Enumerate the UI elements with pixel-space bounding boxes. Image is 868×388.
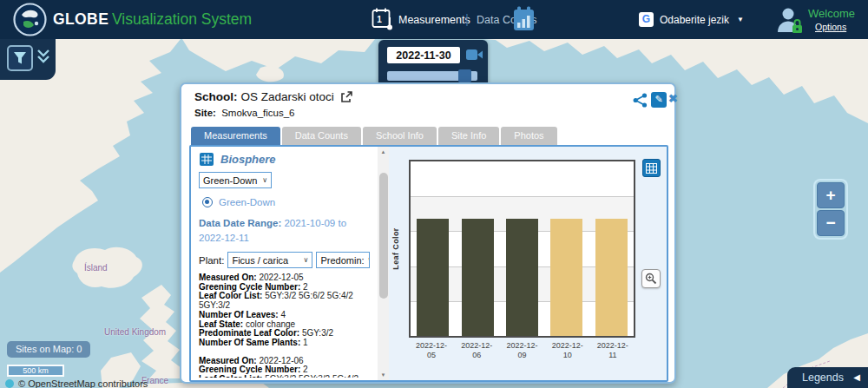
external-link-icon[interactable]: [340, 91, 352, 103]
dialog-tab-bar: MeasurementsData CountsSchool InfoSite I…: [191, 127, 557, 145]
measurements-calendar-icon[interactable]: 1: [372, 7, 394, 31]
chart-bars: [411, 161, 634, 336]
expand-chevrons-icon[interactable]: [36, 49, 50, 64]
tab-site-info[interactable]: Site Info: [438, 127, 499, 145]
zoom-in-button[interactable]: +: [817, 182, 845, 208]
legends-button[interactable]: Legends ◀: [787, 367, 868, 388]
tab-data-counts[interactable]: Data Counts: [282, 127, 361, 145]
edit-button[interactable]: ✎: [651, 92, 667, 108]
x-tick-label: 2022-12-06: [461, 341, 492, 360]
record-field: Leaf Color List: 5GY:3/2 5GY:3/2 5G:4/2: [199, 375, 375, 378]
data-counts-calendar-icon[interactable]: [510, 5, 536, 33]
close-dialog-button[interactable]: ✖: [668, 92, 678, 105]
data-table-icon: [200, 153, 214, 166]
sphere-title: Biosphere: [220, 153, 276, 166]
measurement-record: Measured On: 2022-12-05Greening Cycle Nu…: [199, 273, 375, 348]
sphere-header: Biosphere: [200, 153, 276, 166]
record-field: Number Of Same Plants: 1: [199, 339, 375, 348]
protocol-radio-row: Green-Down: [202, 197, 275, 207]
bar-2022-12-11[interactable]: [595, 219, 628, 336]
x-tick-label: 2022-12-10: [552, 341, 583, 360]
record-field: Leaf Color List: 5GY:3/2 5G:6/2 5G:4/2 5…: [199, 292, 375, 310]
measurements-panel: Biosphere Green-Down ∨ Green-Down Data D…: [191, 147, 378, 380]
view-data-table-button[interactable]: [642, 159, 661, 177]
table-grid-icon: [646, 163, 657, 174]
site-label: Site:: [194, 108, 216, 118]
protocol-select-value: Green-Down: [203, 175, 257, 186]
protocol-select[interactable]: Green-Down ∨: [199, 172, 272, 188]
bar-2022-12-05[interactable]: [417, 219, 449, 336]
legends-label: Legends: [802, 372, 844, 384]
map-zoom-control: + −: [813, 179, 848, 240]
filter-panel: [0, 39, 56, 80]
measurement-records: Measured On: 2022-12-05Greening Cycle Nu…: [199, 273, 375, 378]
scroll-up-icon[interactable]: ▲: [378, 147, 389, 157]
language-caret-icon[interactable]: ▼: [737, 16, 744, 23]
radio-selected-icon[interactable]: [202, 197, 213, 207]
zoom-out-button[interactable]: −: [817, 210, 845, 236]
school-site-dialog: School: OS Zadarski otoci Site: Smokva_f…: [180, 82, 676, 384]
scroll-down-icon[interactable]: ▼: [378, 370, 389, 380]
globe-visualization-app: Ísland United Kingdom France Sites on Ma…: [0, 0, 868, 388]
x-tick-label: 2022-12-09: [506, 341, 537, 360]
predominant-select[interactable]: Predomin: ∨: [316, 252, 370, 268]
school-name: OS Zadarski otoci: [241, 90, 334, 103]
map-label-iceland: Ísland: [84, 263, 108, 273]
tab-school-info[interactable]: School Info: [363, 127, 437, 145]
timeline-date-input[interactable]: [387, 47, 460, 63]
panel-scrollbar[interactable]: ▲ ▼: [378, 147, 389, 380]
legends-collapse-icon: ◀: [853, 372, 860, 382]
map-attribution: © OpenStreetMap contributors: [5, 378, 148, 388]
brand-subtitle: Visualization System: [112, 10, 252, 29]
data-date-range: Data Date Range: 2021-10-09 to 2022-12-1…: [199, 216, 372, 246]
options-link[interactable]: Options: [815, 22, 846, 32]
chevron-down-icon: ∨: [304, 256, 309, 264]
timeline-slider-handle[interactable]: [458, 69, 471, 82]
dialog-content: Biosphere Green-Down ∨ Green-Down Data D…: [189, 145, 668, 382]
animate-camera-icon[interactable]: [466, 48, 483, 62]
filter-button[interactable]: [7, 45, 33, 71]
map-label-united-kingdom: United Kingdom: [104, 327, 166, 337]
protocol-radio-label: Green-Down: [219, 197, 275, 207]
magnifier-plus-icon: [645, 273, 657, 285]
nav-measurements[interactable]: Measurements: [398, 14, 470, 26]
nav-divider: |: [465, 11, 469, 26]
tab-photos[interactable]: Photos: [501, 127, 556, 145]
scrollbar-thumb[interactable]: [379, 173, 388, 299]
school-label: School:: [194, 90, 238, 103]
close-icon: ✖: [668, 92, 678, 105]
plant-label: Plant:: [199, 255, 224, 266]
google-translate-icon[interactable]: G: [639, 12, 654, 27]
plant-select-value: Ficus / carica: [232, 255, 288, 266]
brand-globe: GLOBE: [53, 10, 108, 29]
map-scale-bar: 500 km: [7, 365, 64, 377]
sites-on-map-badge: Sites on Map: 0: [7, 341, 90, 358]
school-header: School: OS Zadarski otoci: [194, 90, 352, 103]
svg-text:1: 1: [377, 15, 382, 24]
timeline-control: [378, 40, 488, 89]
bar-2022-12-10[interactable]: [550, 219, 582, 336]
bar-2022-12-06[interactable]: [462, 219, 494, 336]
filter-funnel-icon: [13, 51, 27, 65]
chart-x-axis: 2022-12-052022-12-062022-12-092022-12-10…: [409, 341, 635, 360]
plant-row: Plant: Ficus / carica ∨ Predomin: ∨: [199, 252, 370, 268]
chart-zoom-button[interactable]: [641, 269, 661, 288]
x-tick-label: 2022-12-05: [416, 341, 447, 360]
date-range-label: Data Date Range:: [199, 218, 281, 228]
x-tick-label: 2022-12-11: [597, 341, 628, 360]
site-name: Smokva_ficus_6: [221, 108, 294, 118]
attribution-text[interactable]: © OpenStreetMap contributors: [18, 378, 148, 388]
chevron-down-icon: ∨: [368, 256, 371, 264]
user-account-icon[interactable]: [776, 5, 804, 35]
language-selector[interactable]: Odaberite jezik: [660, 14, 729, 26]
tab-measurements[interactable]: Measurements: [191, 127, 280, 145]
bar-2022-12-09[interactable]: [506, 219, 538, 336]
chart-y-axis-label: Leaf Color: [391, 223, 401, 275]
share-icon[interactable]: [633, 93, 648, 108]
predominant-select-value: Predomin:: [320, 255, 364, 266]
measurement-record: Measured On: 2022-12-06Greening Cycle Nu…: [199, 357, 375, 378]
chevron-down-icon: ∨: [262, 176, 267, 184]
leaf-color-chart: [409, 160, 635, 338]
globe-logo-icon[interactable]: [13, 3, 47, 36]
plant-select[interactable]: Ficus / carica ∨: [227, 252, 312, 268]
